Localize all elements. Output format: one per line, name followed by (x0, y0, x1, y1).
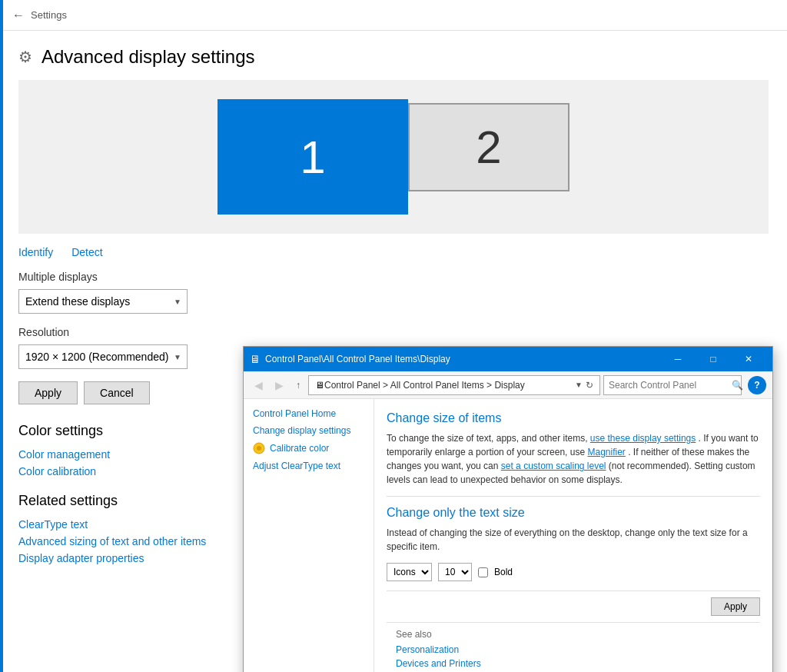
cp-see-also-title: See also (396, 629, 751, 640)
cp-titlebar-icon: 🖥 (250, 353, 261, 365)
resolution-label: Resolution (18, 326, 769, 338)
cp-devices-printers-link[interactable]: Devices and Printers (396, 658, 751, 669)
search-icon[interactable]: 🔍 (729, 380, 746, 391)
cp-address-dropdown-icon[interactable]: ▼ (575, 381, 583, 389)
calibrate-icon (253, 442, 265, 454)
apply-button[interactable]: Apply (18, 381, 78, 404)
top-bar: ← Settings (0, 0, 787, 31)
cp-section2-title: Change only the text size (387, 506, 760, 520)
cp-custom-scaling-link[interactable]: set a custom scaling level (501, 461, 606, 471)
cp-sidebar: Control Panel Home Change display settin… (244, 399, 374, 672)
cp-personalization-link[interactable]: Personalization (396, 644, 751, 655)
resolution-dropdown[interactable]: 1920 × 1200 (Recommended) 1920 × 1080 16… (18, 344, 188, 369)
cp-section1-title: Change size of items (387, 411, 760, 425)
cp-help-button[interactable]: ? (748, 376, 766, 394)
identify-button[interactable]: Identify (18, 246, 53, 258)
cp-magnifier-link[interactable]: Magnifier (587, 447, 625, 457)
cp-text-size-row: Icons 10 Bold (387, 563, 760, 581)
left-accent (0, 0, 3, 672)
cp-titlebar-title: Control Panel\All Control Panel Items\Di… (265, 354, 660, 364)
cp-text-item-select[interactable]: Icons (387, 563, 432, 581)
cp-titlebar: 🖥 Control Panel\All Control Panel Items\… (244, 347, 772, 371)
cp-bold-label: Bold (494, 567, 513, 577)
multiple-displays-dropdown[interactable]: Extend these displays Duplicate these di… (18, 289, 188, 314)
cancel-button[interactable]: Cancel (84, 381, 150, 404)
cp-divider (387, 496, 760, 497)
cp-forward-button[interactable]: ▶ (271, 378, 288, 393)
cp-monitor-icon: 🖥 (315, 380, 324, 391)
cp-sidebar-adjust-cleartype[interactable]: Adjust ClearType text (253, 461, 364, 471)
cp-apply-row: Apply (387, 590, 760, 622)
display-preview-area: 1 2 (18, 80, 769, 234)
cp-use-display-settings-link[interactable]: use these display settings (590, 433, 696, 444)
cp-body: Control Panel Home Change display settin… (244, 399, 772, 672)
cp-see-also: See also Personalization Devices and Pri… (387, 622, 760, 672)
monitor-1[interactable]: 1 (218, 99, 408, 215)
cp-text-size-section: Change only the text size Instead of cha… (387, 506, 760, 581)
detect-button[interactable]: Detect (71, 246, 102, 258)
cp-close-button[interactable]: ✕ (731, 347, 766, 371)
cp-apply-button[interactable]: Apply (711, 597, 760, 616)
multiple-displays-label: Multiple displays (18, 271, 769, 283)
page-title: Advanced display settings (42, 46, 255, 68)
cp-bold-checkbox[interactable] (478, 567, 488, 577)
cp-window-buttons: ─ □ ✕ (660, 347, 766, 371)
cp-search-bar: 🔍 (603, 375, 742, 395)
cp-toolbar: ◀ ▶ ↑ 🖥 Control Panel > All Control Pane… (244, 371, 772, 399)
cp-sidebar-home[interactable]: Control Panel Home (253, 408, 364, 419)
cp-search-input[interactable] (604, 380, 729, 391)
page-header: ⚙ Advanced display settings (0, 31, 787, 80)
control-panel-window: 🖥 Control Panel\All Control Panel Items\… (243, 346, 773, 672)
cp-section1-text: To change the size of text, apps, and ot… (387, 431, 760, 487)
cp-sidebar-calibrate[interactable]: Calibrate color (253, 442, 364, 454)
cp-up-button[interactable]: ↑ (291, 378, 305, 392)
cp-section2-text: Instead of changing the size of everythi… (387, 526, 760, 554)
resolution-dropdown-wrapper: 1920 × 1200 (Recommended) 1920 × 1080 16… (18, 344, 188, 369)
top-bar-title: Settings (31, 9, 67, 21)
identify-detect-row: Identify Detect (18, 246, 769, 258)
multiple-displays-section: Multiple displays Extend these displays … (18, 271, 769, 314)
back-button[interactable]: ← (12, 8, 25, 22)
gear-icon: ⚙ (18, 48, 32, 66)
cp-main: Change size of items To change the size … (374, 399, 772, 672)
cp-address-text: Control Panel > All Control Panel Items … (324, 380, 575, 391)
cp-address-bar[interactable]: 🖥 Control Panel > All Control Panel Item… (308, 375, 600, 395)
multiple-displays-dropdown-wrapper: Extend these displays Duplicate these di… (18, 289, 188, 314)
cp-text-size-select[interactable]: 10 (438, 563, 472, 581)
cp-refresh-button[interactable]: ↻ (586, 380, 593, 391)
cp-maximize-button[interactable]: □ (696, 347, 731, 371)
svg-point-1 (257, 446, 261, 451)
cp-sidebar-change-display[interactable]: Change display settings (253, 425, 364, 436)
monitor-2[interactable]: 2 (408, 103, 569, 191)
cp-minimize-button[interactable]: ─ (660, 347, 696, 371)
settings-page: ← Settings ⚙ Advanced display settings 1… (0, 0, 787, 672)
cp-back-button[interactable]: ◀ (250, 378, 267, 393)
